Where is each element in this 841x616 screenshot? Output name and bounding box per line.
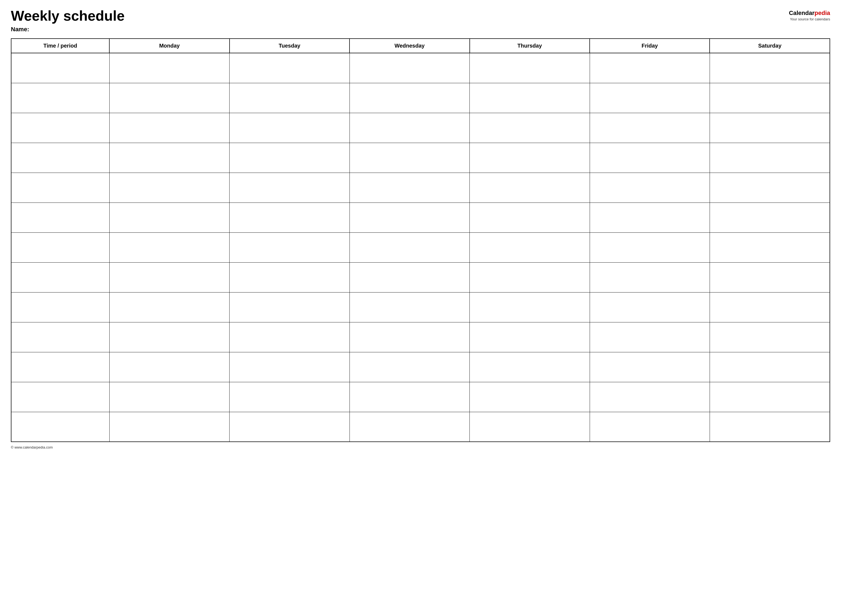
col-header-friday: Friday [590,39,710,53]
table-cell[interactable] [11,412,109,442]
table-cell[interactable] [470,83,590,113]
table-cell[interactable] [11,292,109,322]
table-cell[interactable] [229,232,350,263]
table-cell[interactable] [470,113,590,143]
table-cell[interactable] [11,232,109,263]
table-cell[interactable] [350,83,469,113]
table-row [11,143,830,173]
table-cell[interactable] [710,53,830,83]
table-cell[interactable] [11,83,109,113]
table-cell[interactable] [470,382,590,412]
table-cell[interactable] [11,263,109,292]
table-cell[interactable] [229,263,350,292]
table-cell[interactable] [350,53,469,83]
name-label: Name: [11,26,125,33]
table-cell[interactable] [710,113,830,143]
table-cell[interactable] [710,173,830,202]
table-cell[interactable] [229,113,350,143]
table-cell[interactable] [470,173,590,202]
table-cell[interactable] [350,263,469,292]
table-cell[interactable] [229,173,350,202]
table-cell[interactable] [109,292,229,322]
table-cell[interactable] [470,143,590,173]
table-cell[interactable] [710,292,830,322]
table-row [11,83,830,113]
table-cell[interactable] [109,322,229,352]
table-cell[interactable] [229,352,350,382]
schedule-table: Time / period Monday Tuesday Wednesday T… [11,38,830,442]
table-cell[interactable] [229,292,350,322]
table-row [11,173,830,202]
table-cell[interactable] [11,53,109,83]
table-cell[interactable] [710,412,830,442]
table-cell[interactable] [229,322,350,352]
table-cell[interactable] [710,263,830,292]
table-cell[interactable] [590,263,710,292]
table-cell[interactable] [350,322,469,352]
table-cell[interactable] [350,352,469,382]
table-cell[interactable] [109,382,229,412]
table-cell[interactable] [470,263,590,292]
table-cell[interactable] [350,113,469,143]
table-cell[interactable] [590,352,710,382]
table-cell[interactable] [590,412,710,442]
table-cell[interactable] [710,232,830,263]
table-cell[interactable] [710,202,830,232]
table-cell[interactable] [470,412,590,442]
table-cell[interactable] [470,232,590,263]
table-cell[interactable] [350,412,469,442]
table-cell[interactable] [590,292,710,322]
table-cell[interactable] [109,113,229,143]
table-cell[interactable] [590,113,710,143]
table-cell[interactable] [11,202,109,232]
table-cell[interactable] [350,232,469,263]
table-row [11,232,830,263]
table-cell[interactable] [350,202,469,232]
table-cell[interactable] [109,83,229,113]
table-cell[interactable] [470,322,590,352]
table-cell[interactable] [590,173,710,202]
table-cell[interactable] [710,352,830,382]
table-cell[interactable] [109,53,229,83]
table-cell[interactable] [229,202,350,232]
table-cell[interactable] [109,412,229,442]
table-cell[interactable] [11,113,109,143]
col-header-saturday: Saturday [710,39,830,53]
table-cell[interactable] [350,143,469,173]
table-cell[interactable] [109,143,229,173]
table-cell[interactable] [590,202,710,232]
table-cell[interactable] [710,322,830,352]
table-cell[interactable] [590,83,710,113]
table-cell[interactable] [11,173,109,202]
table-cell[interactable] [590,232,710,263]
table-cell[interactable] [229,412,350,442]
table-cell[interactable] [11,143,109,173]
table-cell[interactable] [11,352,109,382]
table-cell[interactable] [229,382,350,412]
table-cell[interactable] [11,382,109,412]
table-cell[interactable] [350,173,469,202]
table-cell[interactable] [229,53,350,83]
table-cell[interactable] [590,143,710,173]
table-cell[interactable] [710,143,830,173]
table-cell[interactable] [470,53,590,83]
table-cell[interactable] [590,382,710,412]
table-cell[interactable] [229,83,350,113]
table-cell[interactable] [710,382,830,412]
table-cell[interactable] [109,352,229,382]
table-cell[interactable] [350,292,469,322]
table-cell[interactable] [470,292,590,322]
table-cell[interactable] [109,173,229,202]
table-cell[interactable] [109,202,229,232]
table-cell[interactable] [109,263,229,292]
table-cell[interactable] [109,232,229,263]
table-cell[interactable] [229,143,350,173]
table-cell[interactable] [470,352,590,382]
table-cell[interactable] [470,202,590,232]
table-cell[interactable] [350,382,469,412]
table-cell[interactable] [590,322,710,352]
table-cell[interactable] [710,83,830,113]
table-row [11,113,830,143]
table-cell[interactable] [11,322,109,352]
table-cell[interactable] [590,53,710,83]
